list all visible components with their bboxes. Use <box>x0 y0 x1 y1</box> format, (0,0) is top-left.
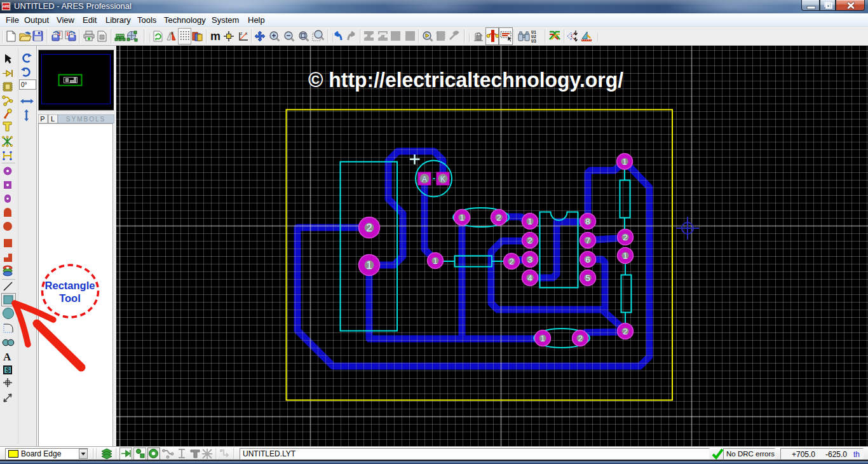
svg-text:2: 2 <box>509 257 514 266</box>
svg-text:1: 1 <box>622 157 627 167</box>
svg-text:A: A <box>422 175 427 184</box>
svg-text:6: 6 <box>585 255 590 264</box>
svg-text:SYMBOLS: SYMBOLS <box>66 116 105 123</box>
svg-text:1: 1 <box>366 259 372 271</box>
svg-text:2: 2 <box>496 213 501 222</box>
svg-text:5: 5 <box>585 273 590 283</box>
svg-text:0°: 0° <box>21 81 27 88</box>
svg-text:L: L <box>51 115 55 123</box>
svg-text:z: z <box>240 31 242 36</box>
svg-text:8: 8 <box>585 217 590 226</box>
svg-text:2: 2 <box>623 233 628 242</box>
svg-text:x: x <box>245 31 248 36</box>
svg-text:2: 2 <box>623 327 628 336</box>
svg-text:1: 1 <box>433 256 438 266</box>
svg-text:m: m <box>210 30 220 43</box>
svg-text:4: 4 <box>527 273 532 283</box>
svg-text:F: F <box>171 31 173 36</box>
svg-text:2: 2 <box>527 236 532 245</box>
svg-text:1: 1 <box>527 217 532 226</box>
svg-text:2: 2 <box>578 334 583 343</box>
svg-text:U1: U1 <box>531 31 536 35</box>
svg-text:P: P <box>40 115 44 123</box>
svg-text:1: 1 <box>459 213 465 222</box>
svg-text:U2: U2 <box>531 35 536 39</box>
svg-text:Tool: Tool <box>59 292 81 304</box>
svg-text:2: 2 <box>366 222 372 234</box>
svg-text:U3: U3 <box>531 39 536 44</box>
svg-text:K: K <box>440 175 445 184</box>
svg-text:1: 1 <box>623 251 628 261</box>
svg-text:1: 1 <box>540 334 545 343</box>
svg-text:7: 7 <box>585 236 590 245</box>
svg-text:Rectangle: Rectangle <box>45 280 95 291</box>
svg-text:3: 3 <box>527 255 532 264</box>
svg-text:© http://electricaltechnology.: © http://electricaltechnology.org/ <box>308 69 623 92</box>
